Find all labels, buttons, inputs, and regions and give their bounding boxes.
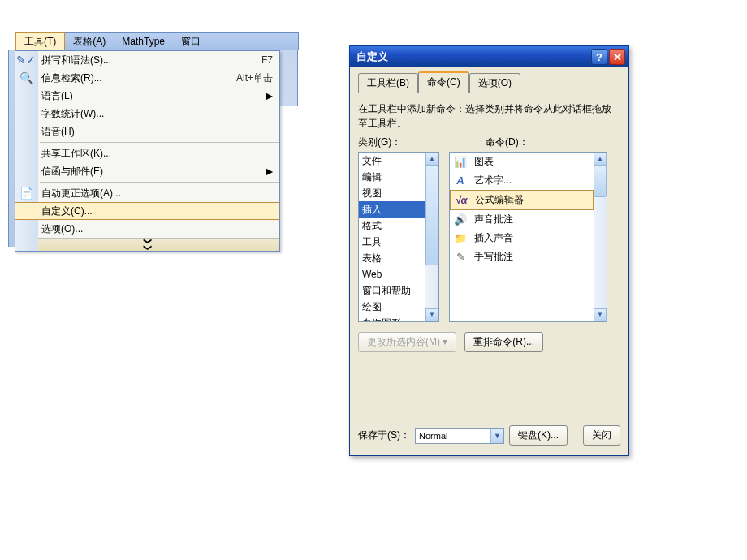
menu-speech[interactable]: 语音(H) [15, 123, 279, 140]
section-labels: 类别(G)： 命令(D)： [358, 136, 620, 149]
dropdown-arrow-icon: ▾ [443, 336, 447, 347]
menu-area: 工具(T) 表格(A) MathType 窗口 ✎✓ 拼写和语法(S)... F… [15, 32, 299, 252]
command-label: 声音批注 [474, 213, 513, 226]
menu-separator [40, 142, 279, 143]
autocorrect-icon: 📄 [19, 186, 33, 200]
category-item-web[interactable]: Web [359, 266, 425, 282]
menu-speech-label: 语音(H) [41, 125, 273, 139]
tab-toolbars[interactable]: 工具栏(B) [358, 73, 418, 93]
modify-selection-button: 更改所选内容(M) ▾ [358, 332, 456, 352]
command-item-handwriting[interactable]: ✎ 手写批注 [450, 248, 594, 266]
menu-sharedws[interactable]: 共享工作区(K)... [15, 144, 279, 162]
close-button[interactable]: 关闭 [583, 425, 620, 446]
scroll-thumb[interactable] [594, 166, 607, 197]
category-item-view[interactable]: 视图 [359, 185, 425, 201]
submenu-arrow-icon: ▶ [266, 90, 273, 101]
menubar-tools[interactable]: 工具(T) [15, 32, 65, 51]
command-item-chart[interactable]: 📊 图表 [450, 153, 594, 171]
menu-options-label: 选项(O)... [41, 222, 273, 236]
menu-letters[interactable]: 信函与邮件(E) ▶ [15, 162, 279, 180]
category-item-windowhelp[interactable]: 窗口和帮助 [359, 282, 425, 299]
command-item-wordart[interactable]: A 艺术字... [450, 171, 594, 190]
dialog-title: 自定义 [356, 50, 589, 64]
scroll-track[interactable] [425, 166, 438, 308]
list-row: 文件 编辑 视图 插入 格式 工具 表格 Web 窗口和帮助 绘图 自选图形 ▲ [358, 152, 620, 322]
command-item-sound-comment[interactable]: 🔊 声音批注 [450, 210, 594, 229]
category-item-table[interactable]: 表格 [359, 250, 425, 266]
category-item-file[interactable]: 文件 [359, 153, 425, 169]
dialog-close-button[interactable]: ✕ [609, 49, 625, 65]
command-label: 艺术字... [474, 174, 512, 187]
command-item-equation-editor[interactable]: √α 公式编辑器 [450, 190, 594, 210]
tools-dropdown: ✎✓ 拼写和语法(S)... F7 🔍 信息检索(R)... Alt+单击 语言… [15, 50, 280, 252]
menubar: 工具(T) 表格(A) MathType 窗口 [15, 32, 299, 50]
menubar-window[interactable]: 窗口 [173, 33, 209, 50]
equation-icon: √α [454, 194, 468, 207]
menu-separator [40, 182, 279, 183]
savein-label: 保存于(S)： [358, 429, 410, 442]
dialog-help-button[interactable]: ? [591, 49, 607, 65]
menu-research[interactable]: 🔍 信息检索(R)... Alt+单击 [15, 69, 279, 87]
tab-commands[interactable]: 命令(C) [418, 71, 469, 93]
category-item-edit[interactable]: 编辑 [359, 169, 425, 185]
menu-spelling-label: 拼写和语法(S)... [41, 54, 245, 67]
scroll-up-button[interactable]: ▲ [425, 153, 438, 166]
menu-options[interactable]: 选项(O)... [15, 220, 279, 238]
menu-spelling-shortcut: F7 [261, 54, 273, 66]
rearrange-commands-button[interactable]: 重排命令(R)... [464, 332, 543, 352]
bottom-row: 保存于(S)： Normal ▼ 键盘(K)... 关闭 [358, 425, 620, 446]
expand-chevron-icon: ❯❯ [143, 238, 152, 251]
menu-expand[interactable]: ❯❯ [15, 238, 279, 251]
menubar-mathtype[interactable]: MathType [114, 34, 173, 49]
commands-scrollbar[interactable]: ▲ ▼ [594, 153, 607, 321]
menu-customize-label: 自定义(C)... [41, 205, 273, 218]
menu-language-label: 语言(L) [41, 89, 266, 103]
pen-icon: ✎ [453, 251, 468, 264]
scroll-track[interactable] [594, 166, 607, 308]
menu-wordcount-label: 字数统计(W)... [41, 107, 273, 121]
savein-combo[interactable]: Normal ▼ [415, 428, 504, 444]
menu-sharedws-label: 共享工作区(K)... [41, 147, 273, 161]
customize-dialog: 自定义 ? ✕ 工具栏(B) 命令(C) 选项(O) 在工具栏中添加新命令：选择… [349, 45, 629, 456]
category-listbox[interactable]: 文件 编辑 视图 插入 格式 工具 表格 Web 窗口和帮助 绘图 自选图形 ▲ [358, 152, 439, 322]
command-label: 图表 [474, 155, 494, 169]
scroll-thumb[interactable] [425, 166, 438, 265]
keyboard-button[interactable]: 键盘(K)... [509, 425, 568, 446]
category-item-autoshapes[interactable]: 自选图形 [359, 315, 425, 322]
command-item-insert-sound[interactable]: 📁 插入声音 [450, 229, 594, 248]
wordart-icon: A [453, 174, 468, 187]
category-label: 类别(G)： [358, 136, 476, 149]
menu-customize[interactable]: 自定义(C)... [15, 202, 279, 220]
dialog-titlebar[interactable]: 自定义 ? ✕ [350, 46, 628, 67]
menu-spelling[interactable]: ✎✓ 拼写和语法(S)... F7 [15, 51, 279, 69]
category-item-format[interactable]: 格式 [359, 218, 425, 234]
category-item-insert[interactable]: 插入 [359, 201, 425, 218]
commands-label: 命令(D)： [486, 136, 529, 149]
menubar-table[interactable]: 表格(A) [65, 33, 114, 50]
tab-options[interactable]: 选项(O) [469, 73, 520, 93]
chart-icon: 📊 [453, 156, 468, 169]
menu-autocorrect-label: 自动更正选项(A)... [41, 187, 273, 200]
sound-comment-icon: 🔊 [453, 213, 468, 226]
menu-wordcount[interactable]: 字数统计(W)... [15, 105, 279, 123]
category-item-tools[interactable]: 工具 [359, 234, 425, 250]
category-scrollbar[interactable]: ▲ ▼ [425, 153, 438, 321]
spellcheck-icon: ✎✓ [19, 53, 33, 67]
instruction-text: 在工具栏中添加新命令：选择类别并将命令从此对话框拖放至工具栏。 [358, 101, 620, 131]
tabstrip: 工具栏(B) 命令(C) 选项(O) [358, 74, 620, 93]
commands-listbox[interactable]: 📊 图表 A 艺术字... √α 公式编辑器 🔊 声音批注 [449, 152, 607, 322]
scroll-up-button[interactable]: ▲ [594, 153, 607, 166]
command-label: 手写批注 [474, 250, 513, 264]
scroll-down-button[interactable]: ▼ [594, 308, 607, 321]
menu-research-label: 信息检索(R)... [41, 71, 220, 85]
submenu-arrow-icon: ▶ [266, 166, 273, 177]
scroll-down-button[interactable]: ▼ [425, 308, 438, 321]
category-item-drawing[interactable]: 绘图 [359, 299, 425, 315]
folder-icon: 📁 [453, 232, 468, 245]
menu-autocorrect[interactable]: 📄 自动更正选项(A)... [15, 184, 279, 202]
below-buttons-row: 更改所选内容(M) ▾ 重排命令(R)... [358, 332, 620, 352]
menu-letters-label: 信函与邮件(E) [41, 165, 266, 179]
menu-language[interactable]: 语言(L) ▶ [15, 87, 279, 105]
combo-dropdown-button[interactable]: ▼ [490, 429, 503, 443]
command-label: 插入声音 [474, 231, 513, 245]
